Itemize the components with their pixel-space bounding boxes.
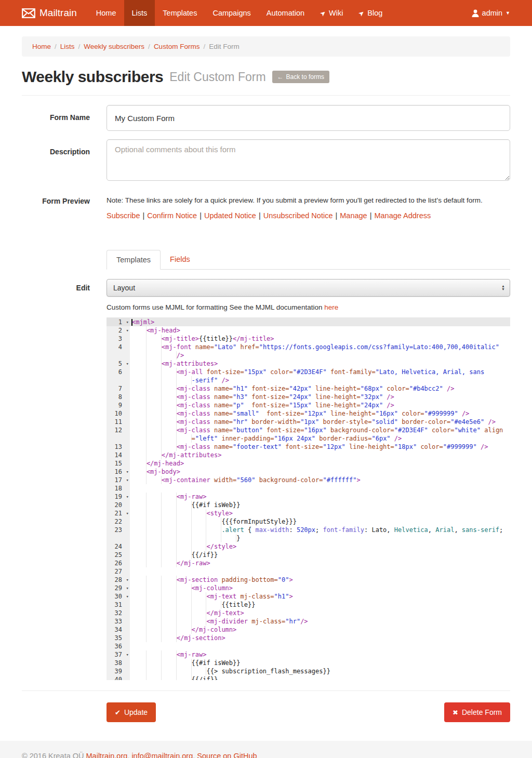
description-textarea[interactable] [107, 139, 510, 181]
line-number: 32 [107, 609, 130, 617]
line-number: 28▾ [107, 576, 130, 584]
preview-link-subscribe[interactable]: Subscribe [107, 211, 140, 220]
line-number: 23 [107, 526, 130, 534]
fold-arrow-icon[interactable]: ▾ [126, 584, 129, 592]
preview-link-unsubscribed-notice[interactable]: Unsubscribed Notice [263, 211, 333, 220]
mjml-code-editor[interactable]: 1▾<mjml>2▾<mj-head>3<mj-title>{{title}}<… [107, 317, 510, 680]
breadcrumb-weekly-subscribers[interactable]: Weekly subscribers [84, 43, 144, 50]
nav-item-wiki[interactable]: ➤Wiki [312, 0, 351, 26]
description-label: Description [22, 139, 107, 183]
form-name-row: Form Name [22, 105, 510, 131]
preview-links: Subscribe|Confirm Notice|Updated Notice|… [107, 211, 510, 220]
line-number: 31 [107, 601, 130, 609]
edit-row: Edit Layout ▲▼ Custom forms use MJML for… [22, 279, 510, 680]
line-number: 39 [107, 667, 130, 675]
update-button[interactable]: ✔ Update [107, 702, 156, 722]
mjml-doc-link[interactable]: here [324, 303, 338, 311]
brand[interactable]: Mailtrain [22, 0, 82, 26]
code-line: 17▾<mj-container width="560" background-… [107, 476, 510, 484]
code-line: 14</mj-attributes> [107, 451, 510, 459]
code-line: 6<mj-all font-size="15px" color="#2D3E4F… [107, 368, 510, 376]
preview-link-updated-notice[interactable]: Updated Notice [204, 211, 256, 220]
edit-template-select[interactable]: Layout ▲▼ [107, 279, 510, 297]
line-number: 34 [107, 626, 130, 634]
page-footer: © 2016 Kreata OÜ Mailtrain.org, info@mai… [0, 741, 532, 758]
code-line: 16▾<mj-body> [107, 468, 510, 476]
x-icon: ✖ [453, 709, 458, 716]
link-separator: | [142, 211, 144, 220]
fold-arrow-icon[interactable]: ▾ [126, 592, 129, 601]
tab-templates[interactable]: Templates [107, 250, 161, 270]
nav-item-automation[interactable]: Automation [259, 0, 312, 26]
form-name-input[interactable] [107, 105, 510, 131]
envelope-logo-icon [22, 8, 35, 18]
page-title: Weekly subscribers [22, 68, 163, 86]
page-subtitle: Edit Custom Form [169, 70, 265, 84]
line-number: 17▾ [107, 476, 130, 484]
line-number: 7 [107, 384, 130, 393]
nav-item-templates[interactable]: Templates [155, 0, 205, 26]
breadcrumb-separator: / [203, 43, 205, 50]
fold-arrow-icon[interactable]: ▾ [126, 360, 129, 368]
code-line: 34</mj-column> [107, 626, 510, 634]
fold-arrow-icon[interactable]: ▾ [126, 493, 129, 501]
code-line: 19▾<mj-raw> [107, 493, 510, 501]
fold-arrow-icon[interactable]: ▾ [126, 509, 129, 517]
link-separator: | [335, 211, 337, 220]
preview-link-confirm-notice[interactable]: Confirm Notice [147, 211, 197, 220]
code-line: 20{{#if isWeb}} [107, 501, 510, 509]
description-row: Description [22, 139, 510, 183]
fold-arrow-icon[interactable]: ▾ [126, 318, 129, 326]
preview-note: Note: These links are solely for a quick… [107, 196, 510, 204]
breadcrumb-lists[interactable]: Lists [60, 43, 75, 50]
line-number: 29▾ [107, 584, 130, 592]
fold-arrow-icon[interactable]: ▾ [126, 576, 129, 584]
preview-link-manage[interactable]: Manage [340, 211, 367, 220]
fold-arrow-icon[interactable]: ▾ [126, 468, 129, 476]
nav-item-campaigns[interactable]: Campaigns [205, 0, 258, 26]
code-line: 2▾<mj-head> [107, 326, 510, 335]
footer-link-info-mailtrain-org[interactable]: info@mailtrain.org [131, 752, 193, 758]
code-line: 35</mj-section> [107, 634, 510, 642]
edit-label: Edit [22, 279, 107, 680]
fold-arrow-icon[interactable]: ▾ [126, 326, 129, 335]
preview-link-manage-address[interactable]: Manage Address [374, 211, 431, 220]
code-line: ="left" inner-padding="16px 24px" border… [107, 434, 510, 443]
external-link-icon: ➤ [357, 8, 366, 18]
line-number: 2▾ [107, 326, 130, 335]
user-name: admin [482, 9, 503, 17]
line-number: 13 [107, 443, 130, 451]
tab-fields[interactable]: Fields [161, 250, 200, 270]
code-line: 13<mj-class name="footer-text" font-size… [107, 443, 510, 451]
code-line: 29▾<mj-column> [107, 584, 510, 592]
nav-menu: HomeListsTemplatesCampaignsAutomation➤Wi… [88, 0, 391, 26]
code-line: 39{{> subscription_flash_messages}} [107, 667, 510, 675]
line-number [107, 376, 130, 384]
fold-arrow-icon[interactable]: ▾ [126, 650, 129, 659]
footer-link-mailtrain-org[interactable]: Mailtrain.org [86, 752, 128, 758]
line-number: 25 [107, 551, 130, 559]
code-line: 38{{#if isWeb}} [107, 659, 510, 667]
back-to-forms-button[interactable]: ← Back to forms [272, 71, 329, 83]
nav-item-blog[interactable]: ➤Blog [351, 0, 390, 26]
fold-arrow-icon[interactable]: ▾ [126, 476, 129, 484]
line-number: 38 [107, 659, 130, 667]
breadcrumb-edit-form: Edit Form [209, 43, 240, 50]
breadcrumb: Home/Lists/Weekly subscribers/Custom For… [22, 36, 510, 57]
nav-item-home[interactable]: Home [88, 0, 124, 26]
footer-link-source-on-github[interactable]: Source on GitHub [197, 752, 257, 758]
line-number: 8 [107, 393, 130, 401]
breadcrumb-separator: / [78, 43, 81, 50]
user-menu[interactable]: admin ▼ [472, 0, 510, 26]
line-number: 40 [107, 675, 130, 680]
code-line: 9<mj-class name="p" font-size="15px" lin… [107, 401, 510, 409]
nav-item-lists[interactable]: Lists [124, 0, 155, 26]
line-number: 3 [107, 335, 130, 343]
line-number: 18 [107, 484, 130, 493]
breadcrumb-custom-forms[interactable]: Custom Forms [154, 43, 200, 50]
link-separator: | [370, 211, 372, 220]
delete-form-button[interactable]: ✖ Delete Form [444, 702, 510, 722]
code-line: 28▾<mj-section padding-bottom="0"> [107, 576, 510, 584]
breadcrumb-home[interactable]: Home [32, 43, 51, 50]
line-number: 30▾ [107, 592, 130, 601]
